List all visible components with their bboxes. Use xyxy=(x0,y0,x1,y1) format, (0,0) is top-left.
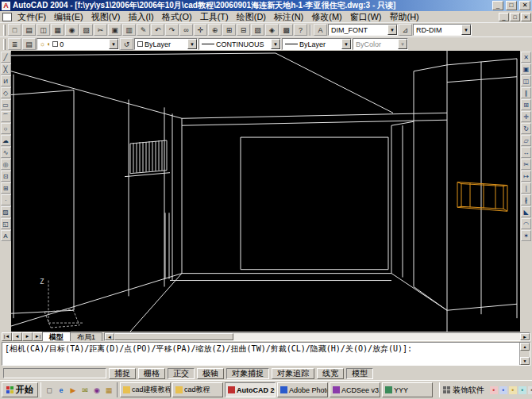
color-combo[interactable]: ByLayer ▼ xyxy=(134,38,198,50)
cut-button[interactable]: ✂ xyxy=(94,24,107,36)
break-button[interactable]: ∦ xyxy=(521,194,531,205)
designcenter-button[interactable]: ◈ xyxy=(265,24,279,36)
scrollbar-thumb[interactable] xyxy=(114,333,233,340)
drawing-canvas[interactable]: Z xyxy=(11,51,520,332)
ellipse-button[interactable]: ◎ xyxy=(1,159,11,170)
document-icon[interactable] xyxy=(2,13,12,21)
plot-preview-button[interactable]: ◉ xyxy=(65,24,79,36)
minimize-icon[interactable]: _ xyxy=(492,1,503,10)
polygon-button[interactable]: ◇ xyxy=(1,87,11,98)
layer-combo[interactable]: ☼ ◐ 0 ▼ xyxy=(37,38,119,50)
menu-item[interactable]: 绘图(D) xyxy=(233,11,270,22)
model-toggle[interactable]: 模型 xyxy=(346,368,373,379)
lineweight-combo[interactable]: ByLayer ▼ xyxy=(282,38,352,50)
array-button[interactable]: ⊞ xyxy=(521,99,531,110)
break-point-button[interactable]: ∣ xyxy=(521,182,531,194)
grid-toggle[interactable]: 栅格 xyxy=(138,368,165,379)
restore-icon[interactable]: □ xyxy=(506,1,517,10)
outlook-icon[interactable]: ✉ xyxy=(79,385,91,396)
revision-cloud-button[interactable]: ☁ xyxy=(1,135,11,146)
command-lines[interactable]: [相机(CA)/目标(TA)/距离(D)/点(PO)/平移(PA)/缩放(Z)/… xyxy=(2,343,519,365)
publish-button[interactable]: ▧ xyxy=(79,24,93,36)
chevron-down-icon[interactable]: ▼ xyxy=(387,25,397,35)
layer-states-button[interactable]: ▤ xyxy=(22,38,36,50)
scroll-left-icon[interactable]: ◄ xyxy=(105,333,114,340)
menu-item[interactable]: 视图(V) xyxy=(87,11,125,22)
redo-button[interactable]: ↷ xyxy=(165,24,179,36)
tool-palettes-button[interactable]: ▩ xyxy=(279,24,293,36)
tab-prev-icon[interactable]: ◄ xyxy=(12,332,22,341)
scroll-right-icon[interactable]: ► xyxy=(520,333,530,340)
toolbar-grip[interactable] xyxy=(3,39,6,50)
dim-style-icon[interactable]: A xyxy=(314,24,327,36)
open-button[interactable]: ▤ xyxy=(22,24,36,36)
region-button[interactable]: ◱ xyxy=(1,218,11,229)
task-cad-modeling[interactable]: cad建模教程 xyxy=(120,382,171,397)
line-button[interactable]: ╱ xyxy=(1,52,11,63)
copy-object-button[interactable]: ▣ xyxy=(521,63,531,75)
layer-previous-button[interactable]: ↺ xyxy=(120,38,133,50)
dim-font-combo[interactable]: DIM_FONT ▼ xyxy=(328,24,398,36)
zoom-window-button[interactable]: ⊞ xyxy=(222,24,236,36)
show-desktop-icon[interactable]: ◻ xyxy=(44,385,55,396)
scrollbar-track[interactable] xyxy=(233,333,520,340)
save-button[interactable]: ◫ xyxy=(37,24,50,36)
tab-model[interactable]: 模型 xyxy=(42,332,71,341)
chevron-down-icon[interactable]: ▼ xyxy=(271,39,280,49)
horizontal-scrollbar[interactable]: ◄ ► xyxy=(104,332,530,341)
chevron-down-icon[interactable]: ▼ xyxy=(341,39,351,49)
osnap-toggle[interactable]: 对象捕捉 xyxy=(226,368,269,379)
mirror-button[interactable]: ◫ xyxy=(521,75,531,86)
highlighted-object[interactable] xyxy=(457,182,507,212)
polyline-button[interactable]: И xyxy=(1,75,11,86)
deco-toolbar[interactable]: 装饰软件 xyxy=(439,382,488,397)
move-button[interactable]: ✛ xyxy=(521,111,531,122)
task-yyy[interactable]: YYY xyxy=(382,382,433,397)
extend-button[interactable]: ↦ xyxy=(521,171,531,182)
menu-item[interactable]: 窗口(W) xyxy=(346,11,386,22)
erase-button[interactable]: ✕ xyxy=(521,52,531,63)
layer-properties-button[interactable]: ≣ xyxy=(8,38,21,50)
chevron-down-icon[interactable]: ▼ xyxy=(461,25,471,35)
new-button[interactable]: □ xyxy=(8,24,21,36)
offset-button[interactable]: ∥ xyxy=(521,87,531,98)
mdi-close-icon[interactable]: ✕ xyxy=(521,13,531,21)
polar-toggle[interactable]: 极轴 xyxy=(197,368,224,379)
snap-toggle[interactable]: 捕捉 xyxy=(109,368,136,379)
tray-icon-3[interactable]: ▪ xyxy=(509,386,517,394)
menu-item[interactable]: 帮助(H) xyxy=(386,11,423,22)
scroll-down-icon[interactable]: ▼ xyxy=(520,357,530,365)
match-properties-button[interactable]: ✎ xyxy=(137,24,150,36)
zoom-realtime-button[interactable]: ⊕ xyxy=(208,24,222,36)
circle-button[interactable]: ○ xyxy=(1,123,11,134)
mdi-minimize-icon[interactable]: _ xyxy=(499,13,509,21)
acdsee-icon[interactable]: ◉ xyxy=(91,385,102,396)
otrack-toggle[interactable]: 对象追踪 xyxy=(272,368,314,379)
task-autocad[interactable]: AutoCAD 200... xyxy=(225,382,276,397)
insert-block-button[interactable]: ⊡ xyxy=(1,171,11,182)
hatch-button[interactable]: ▨ xyxy=(1,206,11,217)
rd-dim-combo[interactable]: RD-DIM ▼ xyxy=(413,24,472,36)
rd-dim-icon[interactable]: ⊿ xyxy=(399,24,412,36)
scale-button[interactable]: ▱ xyxy=(521,135,531,146)
fillet-button[interactable]: ◠ xyxy=(521,218,531,229)
menu-item[interactable]: 格式(O) xyxy=(158,11,196,22)
tray-icon-2[interactable]: ▪ xyxy=(499,386,507,394)
mdi-restore-icon[interactable]: □ xyxy=(510,13,520,21)
folder-icon[interactable]: ▦ xyxy=(103,385,114,396)
rotate-button[interactable]: ↻ xyxy=(521,123,531,134)
layer-on-icon[interactable]: ☼ xyxy=(40,40,45,48)
menu-item[interactable]: 修改(M) xyxy=(307,11,346,22)
spline-button[interactable]: ∿ xyxy=(1,147,11,158)
menu-item[interactable]: 插入(I) xyxy=(124,11,157,22)
scroll-up-icon[interactable]: ▲ xyxy=(520,343,530,351)
menu-item[interactable]: 标注(N) xyxy=(270,11,307,22)
explode-button[interactable]: ✶ xyxy=(521,230,531,241)
stretch-button[interactable]: ↔ xyxy=(521,147,531,158)
point-button[interactable]: ∙ xyxy=(1,194,11,205)
help-button[interactable]: ? xyxy=(294,24,307,36)
plot-button[interactable]: ▦ xyxy=(51,24,64,36)
properties-button[interactable]: ▨ xyxy=(251,24,264,36)
menu-item[interactable]: 编辑(E) xyxy=(50,11,87,22)
media-player-icon[interactable]: ▶ xyxy=(67,385,79,396)
